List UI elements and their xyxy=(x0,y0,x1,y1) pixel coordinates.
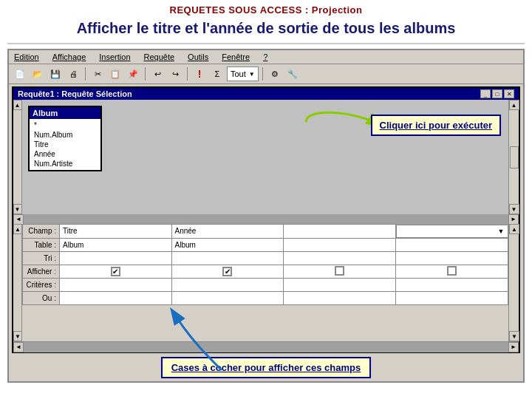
cell-titre-tri[interactable] xyxy=(60,251,172,265)
cell-titre-ou[interactable] xyxy=(60,291,172,304)
checkbox-c4[interactable] xyxy=(447,266,457,276)
toolbar-btn-sigma[interactable]: Σ xyxy=(209,66,225,82)
scroll-up-arrow[interactable]: ▲ xyxy=(13,100,22,110)
menu-edition[interactable]: Edition xyxy=(12,52,41,62)
label-afficher: Afficher : xyxy=(23,265,60,278)
cell-c4-tri[interactable] xyxy=(395,251,508,265)
cell-c4-champ[interactable]: ▼ xyxy=(396,225,508,238)
query-title-text: Requête1 : Requête Sélection xyxy=(18,89,132,98)
toolbar-btn-new[interactable]: 📄 xyxy=(12,66,28,82)
page-title: REQUETES SOUS ACCESS : Projection xyxy=(0,0,532,17)
label-criteres: Critères : xyxy=(23,278,60,291)
toolbar-btn-copy[interactable]: 📋 xyxy=(107,66,123,82)
album-table-box: Album * Num.Album Titre Année Num.Artist… xyxy=(28,106,102,171)
cell-titre-champ[interactable]: Titre xyxy=(60,225,172,239)
toolbar-separator-2 xyxy=(145,67,146,81)
hscroll-left[interactable]: ◄ xyxy=(13,214,24,225)
cell-c3-champ[interactable] xyxy=(284,225,396,239)
bottom-hscroll-track[interactable] xyxy=(24,342,508,352)
album-table-header: Album xyxy=(30,107,100,119)
query-tables-area: Album * Num.Album Titre Année Num.Artist… xyxy=(22,100,508,214)
maximize-button[interactable]: □ xyxy=(492,89,502,98)
cell-titre-afficher[interactable]: ✔ xyxy=(60,265,172,278)
close-button[interactable]: ✕ xyxy=(504,89,514,98)
hscroll-track[interactable] xyxy=(24,214,508,225)
scroll-up-right[interactable]: ▲ xyxy=(509,100,519,110)
callout-execute-text: Cliquer ici pour exécuter xyxy=(380,120,492,131)
bottom-hscroll-left[interactable]: ◄ xyxy=(13,342,24,352)
menu-requete[interactable]: Requête xyxy=(142,52,177,62)
toolbar-tout-dropdown[interactable]: Tout ▼ xyxy=(227,66,259,81)
grid-scroll-up[interactable]: ▲ xyxy=(13,224,22,234)
menu-insertion[interactable]: Insertion xyxy=(97,52,132,62)
cell-c3-afficher[interactable] xyxy=(284,265,396,278)
grid-left-scroll[interactable]: ▲ ▼ xyxy=(13,224,22,341)
toolbar-btn-undo2[interactable]: ↪ xyxy=(167,66,183,82)
cell-c3-ou[interactable] xyxy=(284,291,396,304)
toolbar-btn-paste[interactable]: 📌 xyxy=(125,66,141,82)
cell-c3-crit[interactable] xyxy=(284,278,396,291)
scroll-thumb-right[interactable] xyxy=(510,146,519,168)
hscroll-right[interactable]: ► xyxy=(508,214,519,225)
toolbar: 📄 📂 💾 🖨 ✂ 📋 📌 ↩ ↪ ! Σ Tout ▼ ⚙ 🔧 xyxy=(9,64,523,84)
toolbar-btn-open[interactable]: 📂 xyxy=(30,66,46,82)
toolbar-run-button[interactable]: ! xyxy=(191,66,208,82)
cell-annee-tri[interactable] xyxy=(171,251,284,265)
query-window: Requête1 : Requête Sélection _ □ ✕ ▲ ▼ A… xyxy=(12,86,520,353)
cell-c4-afficher[interactable] xyxy=(395,265,508,278)
grid-right-scroll[interactable]: ▲ ▼ xyxy=(508,224,519,341)
right-scrollbar[interactable]: ▲ ▼ xyxy=(508,100,519,214)
cell-titre-table[interactable]: Album xyxy=(60,238,172,251)
cell-c3-tri[interactable] xyxy=(284,251,396,265)
menu-outils[interactable]: Outils xyxy=(185,52,211,62)
scroll-down-right[interactable]: ▼ xyxy=(509,204,519,214)
toolbar-separator-1 xyxy=(85,67,86,81)
grid-row-afficher: Afficher : ✔ ✔ xyxy=(23,265,508,278)
tout-label: Tout xyxy=(231,69,246,78)
grid-table: Champ : Titre Année ▼ Table : Album Albu… xyxy=(22,224,508,305)
label-table: Table : xyxy=(23,238,60,251)
grid-right-up[interactable]: ▲ xyxy=(509,224,519,234)
scroll-down-arrow[interactable]: ▼ xyxy=(13,204,22,214)
toolbar-separator-4 xyxy=(262,67,263,81)
subtitle: Afficher le titre et l'année de sortie d… xyxy=(7,17,525,44)
checkbox-c3[interactable] xyxy=(335,266,344,276)
query-upper: ▲ ▼ Album * Num.Album Titre Année Num.Ar… xyxy=(13,100,519,214)
grid-row-tri: Tri : xyxy=(23,251,508,265)
cell-annee-ou[interactable] xyxy=(171,291,284,304)
menu-affichage[interactable]: Affichage xyxy=(50,52,89,62)
grid-right-down[interactable]: ▼ xyxy=(509,331,519,341)
toolbar-btn-undo[interactable]: ↩ xyxy=(149,66,166,82)
bottom-hscroll-right[interactable]: ► xyxy=(508,342,519,352)
toolbar-btn-misc1[interactable]: ⚙ xyxy=(267,66,283,82)
cell-c3-table[interactable] xyxy=(284,238,396,251)
toolbar-btn-print[interactable]: 🖨 xyxy=(65,66,81,82)
cell-c4-crit[interactable] xyxy=(395,278,508,291)
grid-scroll-down[interactable]: ▼ xyxy=(13,331,22,341)
cell-c4-table[interactable] xyxy=(395,238,508,251)
toolbar-btn-save[interactable]: 💾 xyxy=(47,66,64,82)
cell-annee-champ[interactable]: Année xyxy=(171,225,284,239)
cell-c4-ou[interactable] xyxy=(395,291,508,304)
bottom-hscroll[interactable]: ◄ ► xyxy=(13,341,519,352)
cell-titre-crit[interactable] xyxy=(60,278,172,291)
middle-hscroll[interactable]: ◄ ► xyxy=(13,214,519,223)
menu-help[interactable]: ? xyxy=(261,52,270,62)
field-titre: Titre xyxy=(33,140,98,149)
grid-main: Champ : Titre Année ▼ Table : Album Albu… xyxy=(22,224,508,341)
toolbar-btn-cut[interactable]: ✂ xyxy=(89,66,106,82)
minimize-button[interactable]: _ xyxy=(480,89,491,98)
cell-annee-crit[interactable] xyxy=(171,278,284,291)
checkbox-titre[interactable]: ✔ xyxy=(111,267,120,276)
toolbar-btn-misc2[interactable]: 🔧 xyxy=(284,66,301,82)
access-window: Edition Affichage Insertion Requête Outi… xyxy=(7,49,525,383)
titlebar-controls: _ □ ✕ xyxy=(480,89,514,98)
menu-fenetre[interactable]: Fenêtre xyxy=(219,52,252,62)
grid-row-champ: Champ : Titre Année ▼ xyxy=(23,225,508,239)
label-tri: Tri : xyxy=(23,251,60,265)
cell-annee-table[interactable]: Album xyxy=(171,238,284,251)
left-scrollbar[interactable]: ▲ ▼ xyxy=(13,100,22,214)
label-ou: Ou : xyxy=(23,291,60,304)
cell-annee-afficher[interactable]: ✔ xyxy=(171,265,284,278)
checkbox-annee[interactable]: ✔ xyxy=(222,267,232,276)
